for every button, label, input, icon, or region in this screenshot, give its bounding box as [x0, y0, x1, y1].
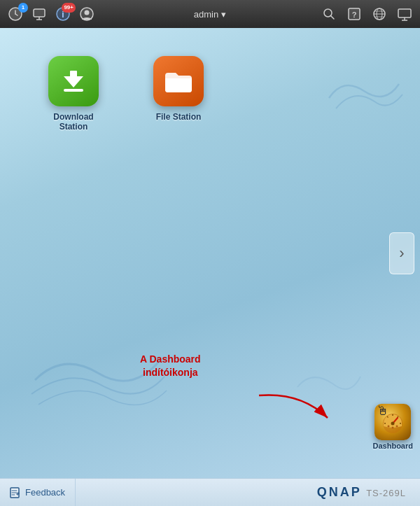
navbar-right: ? — [230, 4, 414, 24]
svg-point-34 — [388, 426, 390, 428]
notification-badge: 99+ — [62, 3, 76, 13]
dashboard-icon-label: Dashboard — [373, 442, 413, 450]
feedback-button[interactable]: Feedback — [0, 479, 76, 506]
svg-rect-19 — [398, 9, 411, 17]
desktop-icons-container: Download Station File Station — [42, 56, 210, 132]
user-dropdown[interactable]: admin ▾ — [190, 6, 230, 22]
user-label: admin — [194, 9, 218, 20]
svg-point-35 — [392, 427, 394, 429]
file-station-image — [153, 56, 204, 106]
file-station-label: File Station — [156, 112, 202, 122]
svg-rect-23 — [70, 71, 77, 80]
clock-icon[interactable]: 1 — [6, 4, 25, 24]
bottombar: Feedback QNAP TS-269L — [0, 478, 420, 506]
swirl-decoration-2 — [28, 338, 168, 422]
qnap-branding: QNAP TS-269L — [76, 485, 420, 500]
navbar-left: 1 i 99+ — [6, 4, 190, 24]
search-icon[interactable] — [319, 4, 339, 24]
svg-point-33 — [391, 422, 395, 426]
navbar: 1 i 99+ ad — [0, 0, 420, 28]
svg-text:?: ? — [352, 10, 357, 19]
clock-badge: 1 — [18, 3, 28, 13]
swirl-decoration-1 — [322, 70, 406, 126]
model-name-label: TS-269L — [366, 488, 413, 498]
feedback-icon — [10, 487, 21, 498]
dashboard-image — [374, 404, 411, 440]
dropdown-arrow-icon: ▾ — [221, 9, 226, 20]
annotation-arrow-icon — [252, 388, 336, 430]
desktop: Download Station File Station › A Dashbo… — [0, 28, 420, 478]
svg-rect-3 — [34, 9, 45, 17]
svg-point-36 — [396, 426, 398, 428]
next-page-button[interactable]: › — [389, 232, 414, 274]
dashboard-annotation-text: A Dashboard indítóikonja — [140, 353, 201, 380]
file-station-icon[interactable]: File Station — [147, 56, 210, 122]
download-station-icon[interactable]: Download Station — [42, 56, 105, 132]
user-avatar-icon[interactable] — [77, 4, 97, 24]
display-icon[interactable] — [395, 4, 414, 24]
monitor-icon[interactable] — [29, 4, 49, 24]
globe-icon[interactable] — [370, 4, 389, 24]
dashboard-launcher-icon[interactable]: Dashboard — [373, 404, 413, 450]
help-icon[interactable]: ? — [344, 4, 364, 24]
svg-point-9 — [85, 10, 90, 15]
feedback-label: Feedback — [25, 487, 65, 498]
qnap-label: QNAP — [317, 485, 362, 499]
svg-line-11 — [331, 16, 335, 20]
navbar-center: admin ▾ — [190, 6, 230, 22]
svg-rect-24 — [64, 89, 83, 92]
next-arrow-icon: › — [399, 244, 404, 262]
download-station-image — [48, 56, 99, 106]
download-station-label: Download Station — [42, 112, 105, 132]
notification-icon[interactable]: i 99+ — [53, 4, 73, 24]
